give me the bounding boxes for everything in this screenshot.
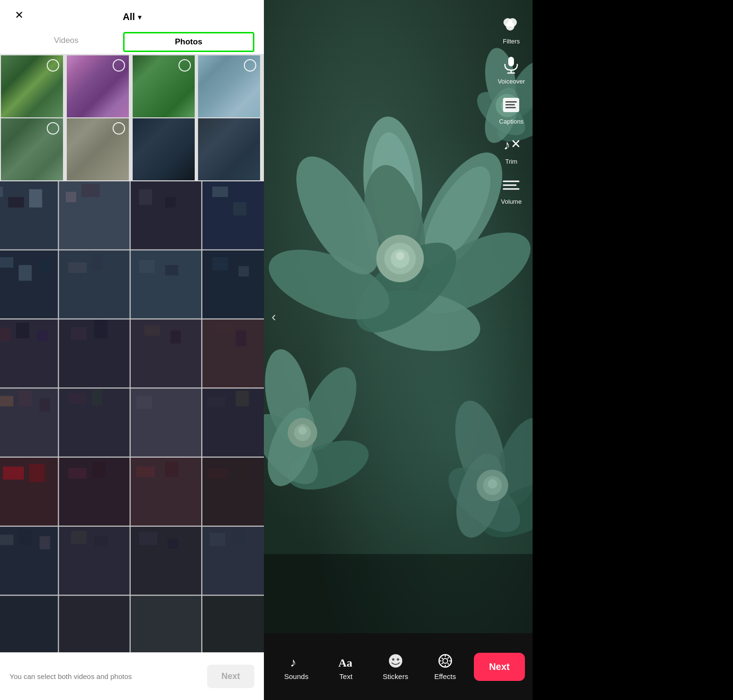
svg-rect-71: [71, 531, 87, 544]
photo-item[interactable]: [133, 118, 195, 180]
svg-rect-130: [505, 104, 515, 105]
svg-rect-36: [170, 331, 181, 344]
hint-text: You can select both videos and photos: [10, 672, 199, 680]
svg-rect-76: [233, 529, 246, 545]
select-circle: [178, 59, 191, 72]
captions-icon: [501, 94, 522, 115]
svg-rect-72: [94, 536, 107, 547]
svg-rect-62: [207, 468, 228, 479]
svg-point-141: [392, 658, 394, 660]
close-button[interactable]: ✕: [10, 6, 29, 25]
tab-photos[interactable]: Photos: [123, 32, 255, 52]
voiceover-icon: [501, 54, 522, 75]
svg-point-144: [443, 658, 448, 663]
svg-rect-19: [40, 259, 50, 272]
toolbar-stickers[interactable]: Stickers: [371, 653, 420, 680]
svg-point-142: [397, 658, 399, 660]
svg-rect-73: [139, 532, 157, 545]
svg-rect-23: [165, 265, 178, 275]
text-label: Text: [339, 672, 353, 680]
photo-item[interactable]: [1, 118, 63, 180]
toolbar-text[interactable]: Aa Text: [321, 653, 371, 680]
svg-rect-44: [19, 391, 31, 407]
svg-rect-16: [202, 251, 264, 319]
svg-rect-11: [212, 187, 228, 197]
svg-rect-33: [71, 327, 87, 340]
photo-item[interactable]: [67, 55, 129, 117]
filters-label: Filters: [503, 38, 520, 45]
filters-icon: [501, 14, 522, 35]
svg-rect-70: [40, 536, 50, 549]
svg-rect-28: [131, 320, 201, 388]
svg-rect-68: [0, 534, 13, 545]
svg-rect-43: [0, 396, 13, 407]
svg-rect-80: [202, 596, 264, 652]
chevron-down-icon: ▾: [138, 13, 141, 21]
svg-rect-10: [165, 197, 176, 208]
svg-rect-4: [0, 187, 3, 197]
select-circle: [113, 59, 125, 72]
svg-rect-63: [236, 461, 249, 480]
captions-label: Captions: [499, 118, 524, 125]
photo-item[interactable]: [198, 118, 260, 180]
toolbar-sounds[interactable]: ♪ Sounds: [272, 653, 321, 680]
svg-rect-125: [508, 57, 514, 66]
next-button-right[interactable]: Next: [474, 653, 525, 681]
svg-rect-45: [40, 398, 50, 411]
tab-videos[interactable]: Videos: [10, 30, 123, 54]
svg-rect-6: [29, 189, 42, 207]
tools-panel: Filters Voiceover: [498, 14, 525, 205]
svg-rect-34: [94, 320, 107, 338]
svg-rect-59: [92, 461, 105, 477]
photo-item[interactable]: [1, 55, 63, 117]
toolbar-effects[interactable]: Effects: [420, 653, 470, 680]
svg-rect-47: [92, 389, 103, 405]
next-button-left[interactable]: Next: [207, 665, 254, 688]
svg-rect-32: [37, 331, 47, 341]
svg-rect-69: [19, 529, 31, 545]
svg-rect-55: [202, 458, 264, 526]
svg-rect-78: [59, 596, 130, 652]
svg-rect-35: [144, 325, 160, 336]
photo-item[interactable]: [67, 118, 129, 180]
photo-item[interactable]: [198, 55, 260, 117]
tool-voiceover[interactable]: Voiceover: [498, 54, 525, 85]
pixelated-preview: [0, 181, 264, 652]
volume-label: Volume: [501, 198, 522, 205]
svg-rect-5: [8, 197, 24, 208]
media-tabs: Videos Photos: [0, 30, 264, 54]
tool-volume[interactable]: Volume: [501, 175, 522, 205]
stickers-icon: [387, 653, 404, 669]
right-panel: ‹ Filters: [264, 0, 533, 700]
svg-rect-21: [92, 255, 103, 271]
svg-rect-22: [139, 260, 155, 273]
tool-captions[interactable]: Captions: [499, 94, 524, 125]
tool-filters[interactable]: Filters: [501, 14, 522, 45]
svg-rect-57: [29, 464, 45, 482]
stickers-label: Stickers: [383, 672, 408, 680]
sounds-label: Sounds: [284, 672, 309, 680]
bottom-bar-left: You can select both videos and photos Ne…: [0, 652, 264, 700]
svg-rect-77: [0, 596, 58, 652]
svg-rect-3: [202, 181, 264, 250]
trim-label: Trim: [505, 158, 518, 165]
svg-rect-60: [136, 467, 155, 477]
svg-rect-56: [3, 467, 24, 480]
photo-item[interactable]: [133, 55, 195, 117]
svg-rect-7: [66, 192, 76, 202]
svg-text:♪: ♪: [503, 137, 510, 152]
svg-rect-48: [136, 396, 152, 409]
svg-text:Aa: Aa: [338, 657, 352, 669]
tool-trim[interactable]: ♪ Trim: [501, 135, 522, 165]
svg-rect-31: [16, 323, 29, 338]
svg-rect-121: [264, 554, 533, 633]
back-button[interactable]: ‹: [272, 309, 276, 324]
svg-rect-20: [68, 262, 86, 273]
svg-rect-8: [82, 184, 100, 197]
svg-rect-0: [0, 181, 58, 250]
svg-rect-18: [19, 265, 31, 281]
svg-point-140: [389, 654, 402, 668]
svg-point-96: [396, 251, 405, 260]
album-dropdown[interactable]: All ▾: [123, 11, 141, 22]
effects-icon: [437, 653, 454, 669]
